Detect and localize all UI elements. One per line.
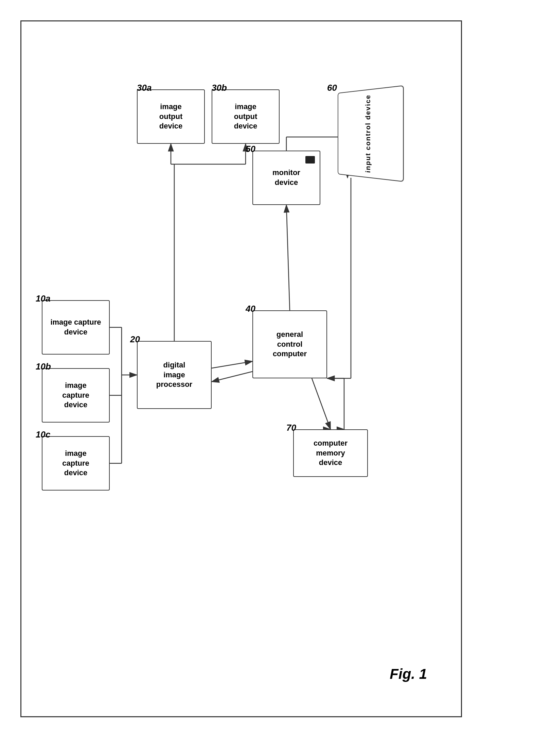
svg-line-14 (286, 205, 290, 310)
ref-30b: 30b (212, 83, 227, 93)
diagram-container: image capture device 10a imagecapturedev… (20, 20, 462, 717)
svg-line-13 (212, 372, 252, 382)
ref-10c: 10c (36, 429, 50, 440)
box-image-output-30b: imageoutputdevice (212, 89, 280, 144)
ref-10b: 10b (36, 361, 51, 372)
ref-20: 20 (130, 334, 140, 345)
box-general-control-computer: generalcontrolcomputer (252, 310, 327, 378)
ref-70: 70 (286, 423, 296, 433)
svg-line-12 (212, 361, 252, 368)
box-image-capture-10c: imagecapturedevice (42, 436, 110, 491)
ref-30a: 30a (137, 83, 152, 93)
svg-line-24 (312, 378, 331, 429)
figure-label: Fig. 1 (390, 666, 427, 682)
ref-10a: 10a (36, 293, 50, 304)
box-computer-memory-device: computermemorydevice (293, 429, 368, 477)
monitor-screen-indicator (305, 156, 315, 164)
box-image-output-30a: imageoutputdevice (137, 89, 205, 144)
box-image-capture-10a: image capture device (42, 300, 110, 355)
ref-60: 60 (327, 83, 337, 93)
box-monitor-device: monitordevice (252, 151, 320, 205)
box-input-control-device: input control device (338, 85, 404, 182)
ref-50: 50 (246, 144, 255, 154)
box-image-capture-10b: imagecapturedevice (42, 368, 110, 423)
ref-40: 40 (246, 304, 255, 314)
box-digital-image-processor: digitalimageprocessor (137, 341, 212, 409)
